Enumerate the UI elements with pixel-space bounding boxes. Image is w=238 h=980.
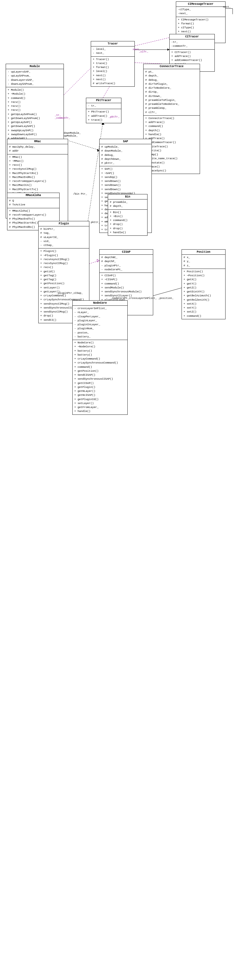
label-next2: next_: [223, 6, 231, 8]
box-position-fields: # x_ # y_ # z_: [182, 255, 225, 269]
svg-marker-22: [97, 259, 99, 262]
box-plugin-title: Plugin: [38, 221, 89, 226]
box-connectortrace-fields: # pt_ # depth_ # debug_ # dirToPlugin_ #…: [144, 69, 200, 116]
box-connectortrace: ConnectorTrace # pt_ # depth_ # debug_ #…: [143, 64, 200, 174]
box-bin-title: Bin: [108, 194, 147, 199]
box-pkttracer: PktTracer - tr_ + PktTracer() + addTrace…: [86, 98, 121, 123]
box-tracer-fields: - level_ - next_: [91, 46, 134, 57]
box-sap-title: SAP: [99, 139, 152, 144]
box-module-title: Module: [6, 64, 64, 69]
box-bin: Bin # preamble_ # depth_ + Bin() + ~Bin(…: [108, 194, 147, 236]
box-tracer: Tracer - level_ - next_ + Tracer() + tra…: [91, 41, 135, 87]
box-citracer-title: CITracer: [169, 34, 214, 40]
box-pkttracer-fields: - tr_: [86, 103, 121, 109]
box-tracer-methods: + Tracer() + trace() + format() + level(…: [91, 57, 134, 87]
box-nodecore-title: NodeCore: [73, 301, 127, 306]
svg-marker-15: [97, 149, 99, 152]
label-pkttr2: _pktTr_: [109, 116, 120, 118]
diagram-container: CIMessageTracer -cIType_ -next_ + CIMess…: [0, 0, 238, 980]
box-sap-fields: # upModule_ # downModule_ # debug_ # dep…: [99, 144, 152, 166]
box-mmacaloha-title: MMacAloha: [7, 193, 59, 198]
svg-marker-5: [168, 48, 169, 51]
box-bin-methods: + Bin() + ~Bin() + command() + drop() + …: [108, 210, 147, 236]
box-nodecore-methods: + NodeCore() + ~NodeCore() + battery() +…: [73, 340, 127, 415]
box-cimessagetracer-title: CIMessageTracer: [176, 2, 225, 7]
box-mmacaloha-fields: # Q # TxActive: [7, 198, 59, 208]
box-cimessagetracer-fields: -cIType_ -next_: [176, 7, 225, 17]
box-nodecore-fields: - crossLayerSAPlist_ - nLayer_ - cIsapPe…: [73, 306, 127, 340]
box-module-fields: - upLayersSAP_ - upLaySAPnum_ - downLaye…: [6, 69, 64, 87]
box-mmac-title: MMac: [7, 139, 68, 144]
label-pkttr: pkttr_: [91, 221, 100, 224]
label-binptr: /bin Ptr_: [73, 192, 87, 196]
label-tr-commontr: _tr__commonTr_: [55, 114, 70, 119]
box-nodecore: NodeCore - crossLayerSAPlist_ - nLayer_ …: [72, 300, 128, 415]
box-bin-fields: # preamble_ # depth_: [108, 199, 147, 210]
box-position-title: Position: [182, 250, 225, 255]
svg-line-6: [62, 68, 91, 96]
box-position-methods: + Position() + ~Position() + getX() + ge…: [182, 269, 225, 319]
label-downmodule: downModule_upModule_: [64, 132, 81, 137]
box-cisap-fields: # depthNC_ # depthP_ - pluginPtr_ - node…: [99, 255, 153, 273]
box-mmac-fields: # mac2phy_delay_ # addr: [7, 144, 68, 154]
box-connectortrace-title: ConnectorTrace: [144, 64, 200, 69]
box-tracer-title: Tracer: [91, 41, 134, 46]
label-cltr: _clTr_: [139, 51, 148, 53]
label-nodecorecrossptr: _nodeCorePt_crossLayerSAPlist_ _position…: [111, 297, 173, 300]
box-connectortrace-methods: + ConnectorTrace() + addTrace() + comman…: [144, 116, 200, 174]
box-cisap-title: CISAP: [99, 250, 153, 255]
box-plugin-fields: # binPtr_ # tag_ # uLayerId_ - uid_ - cI…: [38, 226, 89, 248]
label-pluginptr: _pluginPtr_cISap_: [57, 292, 83, 295]
box-citracer-fields: -tr_ -commonTr_: [169, 40, 214, 49]
box-pkttracer-title: PktTracer: [86, 98, 121, 103]
box-position: Position # x_ # y_ # z_ + Position() + ~…: [182, 249, 225, 319]
